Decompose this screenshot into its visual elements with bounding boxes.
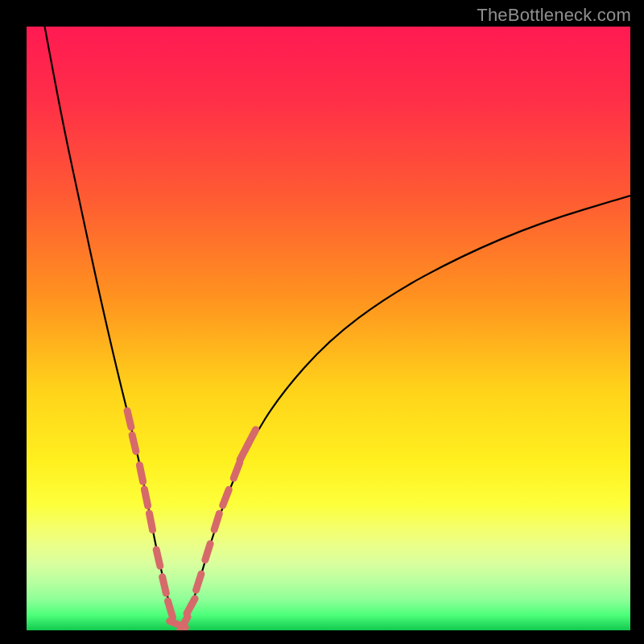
curve-marker <box>187 599 195 613</box>
curve-marker <box>144 489 147 506</box>
plot-area <box>27 27 630 630</box>
curve-line <box>45 27 631 625</box>
curve-marker <box>168 601 173 617</box>
watermark-text: TheBottleneck.com <box>477 5 631 26</box>
curve-marker <box>223 489 229 506</box>
curve-marker <box>149 514 152 530</box>
curve-marker <box>214 514 219 530</box>
bottleneck-curve <box>27 27 630 630</box>
curve-marker <box>127 411 131 427</box>
curve-marker <box>132 435 136 451</box>
curve-marker <box>163 577 167 593</box>
curve-markers <box>127 411 256 630</box>
curve-marker <box>248 430 256 445</box>
curve-marker <box>156 550 160 566</box>
curve-marker <box>196 574 201 590</box>
curve-marker <box>139 465 142 482</box>
chart-frame: TheBottleneck.com <box>0 0 644 644</box>
curve-marker <box>205 543 210 559</box>
curve-marker <box>233 462 240 478</box>
